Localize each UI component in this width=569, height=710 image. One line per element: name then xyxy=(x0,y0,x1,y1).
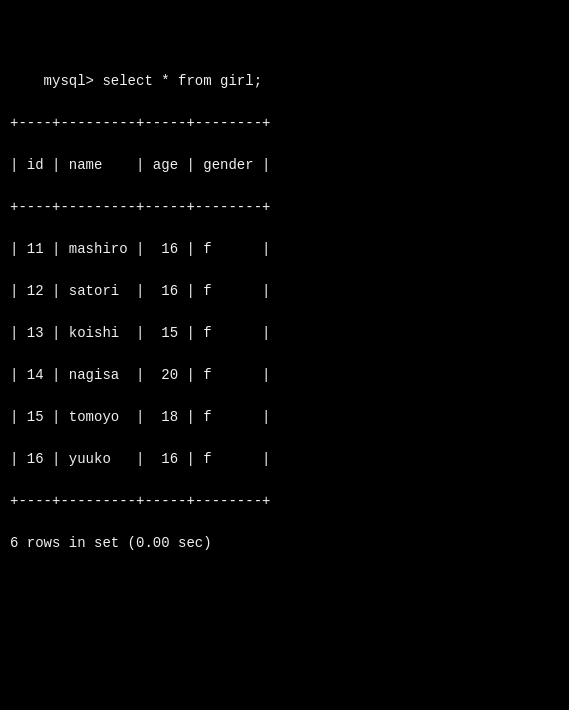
sep-mid-1: +----+---------+-----+--------+ xyxy=(10,199,270,215)
sep-top-1: +----+---------+-----+--------+ xyxy=(10,115,270,131)
terminal-output: mysql> select * from girl; +----+-------… xyxy=(10,8,559,710)
row-1-3: | 13 | koishi | 15 | f | xyxy=(10,325,270,341)
command-1: mysql> select * from girl; xyxy=(44,73,262,89)
row-1-5: | 15 | tomoyo | 18 | f | xyxy=(10,409,270,425)
row-1-2: | 12 | satori | 16 | f | xyxy=(10,283,270,299)
row-1-4: | 14 | nagisa | 20 | f | xyxy=(10,367,270,383)
summary-1: 6 rows in set (0.00 sec) xyxy=(10,535,212,551)
row-1-6: | 16 | yuuko | 16 | f | xyxy=(10,451,270,467)
row-1-1: | 11 | mashiro | 16 | f | xyxy=(10,241,270,257)
query-block-1: mysql> select * from girl; +----+-------… xyxy=(10,50,559,575)
header-1: | id | name | age | gender | xyxy=(10,157,270,173)
sep-bot-1: +----+---------+-----+--------+ xyxy=(10,493,270,509)
